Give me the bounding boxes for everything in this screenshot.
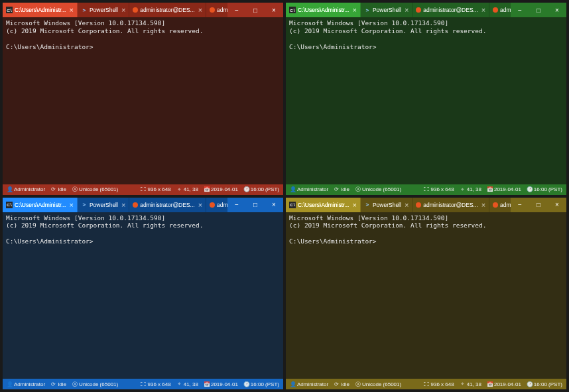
- tab-label: administrator@DES...: [217, 7, 227, 13]
- tab-ubuntu-1[interactable]: administrator@DES...×: [129, 3, 206, 17]
- terminal-body[interactable]: Microsoft Windows [Version 10.0.17134.59…: [3, 212, 283, 379]
- tab-label: PowerShell: [90, 202, 118, 208]
- user-icon: 👤: [290, 186, 296, 192]
- close-tab-icon[interactable]: ×: [69, 201, 73, 209]
- tab-label: administrator@DES...: [217, 202, 227, 208]
- size-icon: ⛶: [424, 381, 430, 387]
- tab-powershell[interactable]: >PowerShell×: [361, 198, 412, 212]
- titlebar[interactable]: c:\C:\Users\Administr...× >PowerShell× a…: [3, 198, 283, 212]
- size-icon: ⛶: [141, 186, 147, 192]
- titlebar[interactable]: c:\C:\Users\Administr...× >PowerShell× a…: [3, 3, 283, 17]
- status-activity: ⟳Idle: [50, 381, 66, 387]
- tab-ubuntu-2[interactable]: administrator@DES...×: [206, 3, 227, 17]
- status-size: ⛶936 x 648: [424, 186, 454, 193]
- terminal-body[interactable]: Microsoft Windows [Version 10.0.17134.59…: [286, 17, 566, 184]
- activity-icon: ⟳: [334, 381, 340, 387]
- tab-label: C:\Users\Administr...: [15, 202, 66, 208]
- close-tab-icon[interactable]: ×: [352, 6, 356, 14]
- terminal-body[interactable]: Microsoft Windows [Version 10.0.17134.59…: [3, 17, 283, 184]
- encoding-icon: Ⓐ: [355, 381, 361, 388]
- tab-label: PowerShell: [373, 7, 401, 13]
- ubuntu-icon: [133, 7, 138, 13]
- terminal-line: [289, 229, 563, 237]
- cursor-icon: ⌖: [460, 186, 466, 193]
- calendar-icon: 📅: [204, 381, 210, 387]
- ubuntu-icon: [493, 7, 498, 13]
- titlebar[interactable]: c:\C:\Users\Administr...× >PowerShell× a…: [286, 3, 566, 17]
- tab-ubuntu-1[interactable]: administrator@DES...×: [412, 3, 489, 17]
- statusbar: 👤Administrator ⟳Idle ⒶUnicode (65001) ⛶9…: [286, 184, 566, 195]
- close-window-button[interactable]: ×: [265, 7, 283, 14]
- status-size: ⛶936 x 648: [141, 186, 171, 193]
- tab-cmd[interactable]: c:\C:\Users\Administr...×: [286, 3, 361, 17]
- close-tab-icon[interactable]: ×: [481, 6, 485, 14]
- titlebar[interactable]: c:\C:\Users\Administr...× >PowerShell× a…: [286, 198, 566, 212]
- minimize-button[interactable]: −: [227, 201, 246, 208]
- minimize-button[interactable]: −: [511, 201, 529, 208]
- encoding-icon: Ⓐ: [72, 381, 78, 388]
- minimize-button[interactable]: −: [511, 7, 529, 14]
- tab-label: C:\Users\Administr...: [15, 7, 66, 13]
- status-activity: ⟳Idle: [50, 186, 66, 192]
- close-tab-icon[interactable]: ×: [352, 201, 356, 209]
- user-icon: 👤: [290, 381, 296, 387]
- tab-cmd[interactable]: c:\C:\Users\Administr...×: [286, 198, 361, 212]
- status-time: 🕐16:00 (PST): [527, 381, 562, 387]
- close-window-button[interactable]: ×: [265, 201, 283, 208]
- close-tab-icon[interactable]: ×: [405, 6, 409, 14]
- tab-ubuntu-1[interactable]: administrator@DES...×: [129, 198, 206, 212]
- terminal-window-olive: c:\C:\Users\Administr...× >PowerShell× a…: [286, 198, 566, 390]
- tab-label: administrator@DES...: [423, 202, 477, 208]
- close-tab-icon[interactable]: ×: [198, 6, 202, 14]
- statusbar: 👤Administrator ⟳Idle ⒶUnicode (65001) ⛶9…: [3, 379, 283, 389]
- powershell-icon: >: [364, 202, 371, 208]
- maximize-button[interactable]: □: [529, 7, 548, 14]
- cmd-icon: c:\: [289, 7, 296, 13]
- terminal-window-green: c:\C:\Users\Administr...× >PowerShell× a…: [286, 3, 566, 195]
- tab-label: administrator@DES...: [140, 202, 194, 208]
- status-encoding: ⒶUnicode (65001): [355, 186, 401, 193]
- terminal-body[interactable]: Microsoft Windows [Version 10.0.17134.59…: [286, 212, 566, 379]
- cmd-icon: c:\: [6, 202, 13, 208]
- tab-ubuntu-1[interactable]: administrator@DES...×: [412, 198, 489, 212]
- close-tab-icon[interactable]: ×: [121, 6, 125, 14]
- status-date: 📅2019-04-01: [487, 381, 521, 387]
- close-tab-icon[interactable]: ×: [69, 6, 73, 14]
- clock-icon: 🕐: [527, 381, 533, 387]
- tab-strip: c:\C:\Users\Administr...× >PowerShell× a…: [3, 198, 227, 212]
- status-encoding: ⒶUnicode (65001): [72, 186, 118, 193]
- minimize-button[interactable]: −: [227, 7, 246, 14]
- close-window-button[interactable]: ×: [548, 7, 566, 14]
- maximize-button[interactable]: □: [246, 7, 265, 14]
- maximize-button[interactable]: □: [529, 201, 548, 208]
- tab-label: PowerShell: [90, 7, 118, 13]
- close-window-button[interactable]: ×: [548, 201, 566, 208]
- tab-powershell[interactable]: >PowerShell×: [78, 198, 129, 212]
- maximize-button[interactable]: □: [246, 201, 265, 208]
- tab-powershell[interactable]: >PowerShell×: [78, 3, 129, 17]
- close-tab-icon[interactable]: ×: [198, 201, 202, 209]
- encoding-icon: Ⓐ: [355, 186, 361, 193]
- tab-powershell[interactable]: >PowerShell×: [361, 3, 412, 17]
- statusbar: 👤Administrator ⟳Idle ⒶUnicode (65001) ⛶9…: [3, 184, 283, 195]
- ubuntu-icon: [210, 7, 215, 13]
- status-time: 🕐16:00 (PST): [243, 381, 279, 387]
- close-tab-icon[interactable]: ×: [121, 201, 125, 209]
- tab-ubuntu-2[interactable]: administrator@DES...×: [206, 198, 227, 212]
- terminal-line: (c) 2019 Microsoft Corporation. All righ…: [289, 222, 563, 229]
- tab-label: C:\Users\Administr...: [298, 7, 349, 13]
- status-encoding: ⒶUnicode (65001): [355, 381, 401, 388]
- window-controls: − □ ×: [227, 201, 283, 208]
- close-tab-icon[interactable]: ×: [405, 201, 409, 209]
- clock-icon: 🕐: [243, 186, 249, 192]
- activity-icon: ⟳: [50, 381, 56, 387]
- tab-cmd[interactable]: c:\C:\Users\Administr...×: [3, 198, 78, 212]
- tab-cmd[interactable]: c:\C:\Users\Administr...×: [3, 3, 78, 17]
- terminal-line: Microsoft Windows [Version 10.0.17134.59…: [289, 19, 563, 27]
- tab-ubuntu-2[interactable]: administrator@DES...×: [489, 3, 511, 17]
- close-tab-icon[interactable]: ×: [481, 201, 485, 209]
- tab-ubuntu-2[interactable]: administrator@DES...×: [489, 198, 511, 212]
- status-size: ⛶936 x 648: [424, 381, 454, 387]
- clock-icon: 🕐: [527, 186, 533, 192]
- cursor-icon: ⌖: [176, 381, 182, 387]
